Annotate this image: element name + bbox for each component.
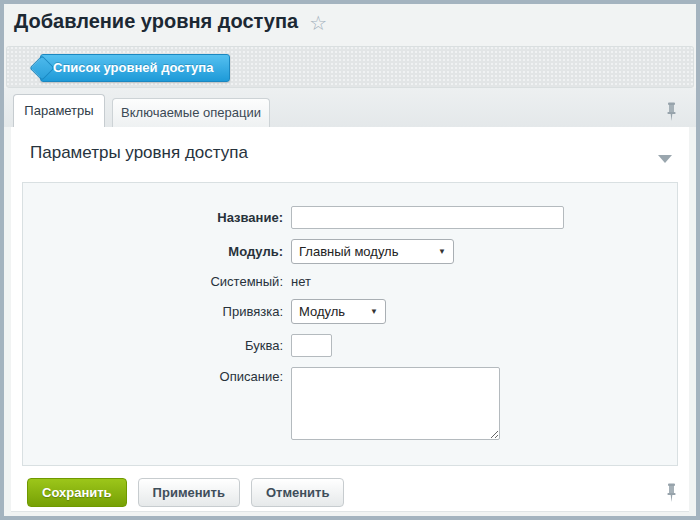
- access-level-add-page: Добавление уровня доступа ☆ Список уровн…: [0, 0, 700, 520]
- cancel-button[interactable]: Отменить: [251, 478, 345, 507]
- name-label: Название:: [23, 210, 283, 225]
- module-select[interactable]: Главный модуль ▼: [291, 239, 454, 264]
- section-title: Параметры уровня доступа: [30, 143, 248, 163]
- binding-select-value: Модуль: [299, 304, 345, 319]
- letter-label: Буква:: [23, 338, 283, 353]
- module-select-value: Главный модуль: [299, 244, 398, 259]
- page-header: Добавление уровня доступа ☆: [14, 10, 327, 33]
- form-row-description: Описание:: [23, 367, 677, 440]
- tab-included-operations[interactable]: Включаемые операции: [112, 98, 270, 127]
- form-row-module: Модуль: Главный модуль ▼: [23, 239, 677, 264]
- content-panel: Параметры уровня доступа Название: Модул…: [11, 127, 689, 512]
- tab-strip: Параметры Включаемые операции: [4, 88, 696, 127]
- back-to-list-button[interactable]: Список уровней доступа: [40, 54, 230, 82]
- tab-parameters[interactable]: Параметры: [13, 94, 105, 127]
- form-row-letter: Буква:: [23, 334, 677, 357]
- form-row-name: Название:: [23, 206, 677, 229]
- letter-input[interactable]: [291, 334, 332, 357]
- pin-settings-icon[interactable]: [665, 483, 678, 503]
- footer-button-row: Сохранить Применить Отменить: [27, 478, 344, 507]
- binding-select[interactable]: Модуль ▼: [291, 299, 386, 324]
- form-row-binding: Привязка: Модуль ▼: [23, 299, 677, 324]
- name-input[interactable]: [291, 206, 564, 229]
- binding-label: Привязка:: [23, 304, 283, 319]
- collapse-section-icon[interactable]: [658, 155, 672, 163]
- page-title: Добавление уровня доступа: [14, 10, 298, 33]
- dropdown-arrow-icon: ▼: [438, 247, 446, 256]
- description-textarea[interactable]: [291, 367, 500, 440]
- form-row-system: Системный: нет: [23, 274, 677, 289]
- context-toolbar: Список уровней доступа: [6, 46, 694, 88]
- system-value: нет: [291, 274, 311, 289]
- favorite-star-icon[interactable]: ☆: [309, 13, 327, 33]
- parameters-form: Название: Модуль: Главный модуль ▼ Систе…: [22, 182, 678, 466]
- pin-settings-icon[interactable]: [665, 102, 678, 122]
- module-label: Модуль:: [23, 244, 283, 259]
- dropdown-arrow-icon: ▼: [370, 307, 378, 316]
- system-label: Системный:: [23, 274, 283, 289]
- description-label: Описание:: [23, 367, 283, 384]
- apply-button[interactable]: Применить: [138, 478, 240, 507]
- save-button[interactable]: Сохранить: [27, 478, 127, 507]
